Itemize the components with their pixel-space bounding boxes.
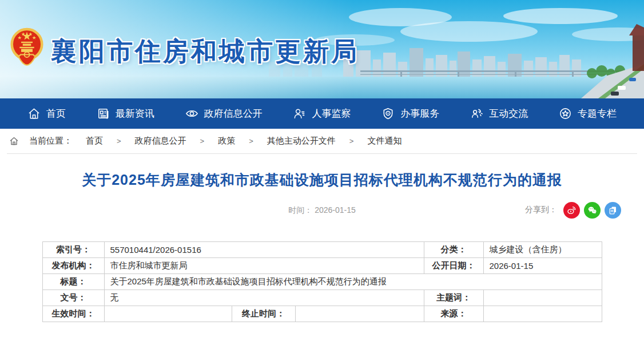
issuing-agency-value: 市住房和城市更新局 — [104, 258, 424, 274]
nav-item-news[interactable]: 最新资讯 — [97, 107, 154, 120]
category-label: 分类： — [424, 242, 483, 258]
keywords-label: 主题词： — [424, 290, 483, 306]
document-meta-table: 索引号： 557010441/2026-01516 分类： 城乡建设（含住房） … — [42, 241, 602, 322]
wechat-icon — [587, 205, 598, 216]
copy-document-icon — [607, 205, 618, 216]
share-copy-button[interactable] — [605, 202, 621, 219]
issuing-agency-label: 发布机构： — [42, 258, 104, 274]
news-icon — [97, 107, 110, 120]
breadcrumb-home-icon — [9, 136, 19, 146]
category-value: 城乡建设（含住房） — [483, 242, 602, 258]
site-banner: 襄阳市住房和城市更新局 — [0, 0, 644, 98]
breadcrumb-item-other-public-docs[interactable]: 其他主动公开文件 — [267, 136, 336, 146]
table-row: 发布机构： 市住房和城市更新局 公开日期： 2026-01-15 — [42, 258, 602, 274]
share-weibo-button[interactable] — [563, 202, 580, 219]
effective-date-label: 生效时间： — [42, 306, 104, 322]
share-bar: 分享到： — [525, 201, 621, 219]
nav-item-special-topics[interactable]: 专题专栏 — [559, 107, 617, 120]
site-title: 襄阳市住房和城市更新局 — [51, 34, 359, 69]
keywords-value — [483, 290, 602, 306]
main-nav: 首页 最新资讯 政府信息公开 人事监察 办事服务 互动交流 专题专栏 — [0, 98, 644, 129]
expiry-date-value — [295, 306, 424, 322]
national-emblem-logo — [10, 25, 43, 78]
publish-date-value: 2026-01-15 — [483, 258, 602, 274]
shield-icon — [381, 107, 395, 120]
share-label: 分享到： — [525, 205, 557, 215]
person-icon — [293, 107, 306, 120]
table-row: 生效时间： 终止时间： 来源： — [42, 306, 602, 322]
article-area: 关于2025年房屋建筑和市政基础设施项目招标代理机构不规范行为的通报 时间：20… — [0, 171, 644, 322]
effective-date-value — [104, 306, 232, 322]
breadcrumb-separator: > — [249, 137, 253, 145]
breadcrumb-item-doc-notice[interactable]: 文件通知 — [367, 136, 401, 146]
breadcrumb-separator: > — [349, 137, 354, 145]
nav-item-home[interactable]: 首页 — [27, 107, 66, 120]
doc-number-label: 文号： — [42, 290, 104, 306]
source-value — [483, 306, 602, 322]
doc-number-value: 无 — [104, 290, 424, 306]
table-row: 索引号： 557010441/2026-01516 分类： 城乡建设（含住房） — [42, 242, 602, 258]
nav-item-personnel[interactable]: 人事监察 — [293, 107, 351, 120]
chat-people-icon — [470, 107, 483, 120]
article-title: 关于2025年房屋建筑和市政基础设施项目招标代理机构不规范行为的通报 — [23, 171, 621, 189]
expiry-date-label: 终止时间： — [232, 306, 295, 322]
publish-date-label: 公开日期： — [424, 258, 483, 274]
home-icon — [27, 107, 41, 120]
nav-item-gov-info[interactable]: 政府信息公开 — [185, 107, 263, 120]
star-circle-icon — [559, 107, 572, 120]
breadcrumb-item-home[interactable]: 首页 — [86, 136, 103, 146]
breadcrumb: 当前位置： 首页 > 政府信息公开 > 政策 > 其他主动公开文件 > 文件通知 — [7, 129, 637, 153]
index-number-value: 557010441/2026-01516 — [104, 242, 424, 258]
index-number-label: 索引号： — [42, 242, 104, 258]
doc-title-label: 标题： — [42, 274, 104, 290]
eye-icon — [185, 107, 198, 120]
source-label: 来源： — [424, 306, 483, 322]
table-row: 文号： 无 主题词： — [42, 290, 602, 306]
breadcrumb-separator: > — [200, 137, 205, 145]
nav-item-services[interactable]: 办事服务 — [381, 107, 439, 120]
breadcrumb-separator: > — [117, 137, 121, 145]
doc-title-value: 关于2025年房屋建筑和市政基础设施项目招标代理机构不规范行为的通报 — [104, 274, 602, 290]
breadcrumb-item-gov-info[interactable]: 政府信息公开 — [135, 136, 186, 146]
breadcrumb-item-policy[interactable]: 政策 — [218, 136, 235, 146]
table-row: 标题： 关于2025年房屋建筑和市政基础设施项目招标代理机构不规范行为的通报 — [42, 274, 602, 290]
weibo-icon — [566, 205, 577, 216]
nav-item-interaction[interactable]: 互动交流 — [470, 107, 528, 120]
share-wechat-button[interactable] — [584, 202, 601, 219]
article-meta-row: 时间：2026-01-15 分享到： — [0, 201, 644, 219]
breadcrumb-label: 当前位置： — [29, 136, 72, 146]
